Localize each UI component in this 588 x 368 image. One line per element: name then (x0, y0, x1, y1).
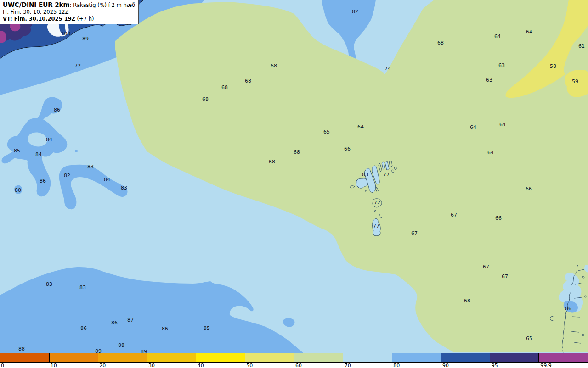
colorbar-tick-labels: 01020304050607080909599.9 (0, 363, 588, 368)
humidity-value-label: 86 (40, 178, 46, 184)
humidity-value-label: 84 (104, 177, 110, 183)
colorbar-segment (539, 353, 588, 362)
humidity-value-label: 86 (80, 325, 87, 331)
valid-time-line: VT: Fim. 30.10.2025 19Z (+7 h) (3, 16, 135, 22)
humidity-value-label: 88 (118, 342, 124, 348)
colorbar-tick-label: 50 (246, 362, 253, 368)
humidity-value-label: 80 (15, 187, 21, 193)
colorbar-segment (490, 353, 539, 362)
colorbar-tick-label: 10 (51, 362, 57, 368)
humidity-value-label: 82 (352, 9, 358, 15)
humidity-value-label: 65 (323, 129, 330, 135)
humidity-value-label: 66 (495, 215, 502, 221)
humidity-value-label: 67 (502, 273, 508, 279)
humidity-value-label: 68 (221, 84, 228, 90)
humidity-value-label: 86 (54, 107, 60, 113)
valid-time: VT: Fim. 30.10.2025 19Z (3, 16, 75, 22)
humidity-value-label: 64 (499, 122, 506, 128)
parameter-name: : Rakastig (%) í 2 m hæð (70, 2, 135, 8)
colorbar-tick-label: 30 (148, 362, 155, 368)
humidity-value-label: 83 (87, 164, 94, 170)
humidity-value-label: 68 (269, 159, 275, 165)
humidity-value-label: 59 (572, 78, 578, 84)
humidity-value-label: 87 (127, 317, 134, 323)
humidity-value-label: 83 (362, 172, 368, 178)
humidity-value-label: 68 (202, 96, 209, 102)
humidity-value-label: 68 (437, 40, 444, 46)
humidity-value-label: 66 (526, 186, 532, 192)
humidity-value-label: 67 (451, 212, 457, 218)
humidity-value-label: 84 (46, 137, 52, 143)
humidity-value-label: 64 (470, 124, 476, 130)
colorbar-tick-label: 95 (492, 362, 498, 368)
humidity-value-label: 64 (526, 29, 532, 35)
humidity-value-label: 86 (565, 306, 571, 312)
colorbar-tick-label: 60 (295, 362, 302, 368)
humidity-value-label: 89 (141, 349, 147, 353)
init-time: IT: Fim. 30. 10. 2025 12Z (3, 9, 135, 16)
humidity-value-label: 88 (18, 346, 25, 352)
colorbar-tick-label: 20 (99, 362, 106, 368)
colorbar-segment (294, 353, 343, 362)
humidity-value-label: 64 (487, 150, 494, 156)
humidity-value-label: 67 (411, 230, 418, 236)
humidity-value-label: 77 (373, 223, 379, 229)
humidity-value-label: 68 (464, 298, 470, 304)
humidity-value-label: 68 (245, 78, 251, 84)
humidity-value-label: 86 (111, 320, 118, 326)
colorbar-segments (0, 353, 588, 363)
humidity-value-label: 85 (204, 325, 210, 331)
humidity-map-canvas: 9910089728268746464616363585968686868646… (0, 0, 588, 353)
title-line-model: UWC/DINI EUR 2km: Rakastig (%) í 2 m hæð (3, 1, 135, 9)
humidity-colorbar-legend: 01020304050607080909599.9 (0, 353, 588, 368)
humidity-value-label: 83 (46, 281, 52, 287)
colorbar-segment (98, 353, 147, 362)
humidity-value-label: 74 (384, 66, 391, 72)
humidity-value-label: 61 (578, 43, 585, 49)
humidity-value-label: 66 (344, 146, 351, 152)
humidity-value-label: 85 (14, 148, 20, 154)
title-box: UWC/DINI EUR 2km: Rakastig (%) í 2 m hæð… (0, 0, 139, 24)
colorbar-segment (441, 353, 490, 362)
humidity-value-label: 63 (498, 62, 505, 68)
humidity-value-label: 65 (526, 335, 532, 341)
humidity-value-label: 89 (82, 36, 89, 42)
humidity-value-label: 67 (483, 264, 489, 270)
region-humidity-80-90-dot (75, 150, 78, 152)
humidity-value-label: 68 (271, 63, 277, 69)
weather-map-app: 9910089728268746464616363585968686868646… (0, 0, 588, 368)
colorbar-tick-label: 40 (198, 362, 204, 368)
humidity-value-label: 72 (74, 63, 81, 69)
humidity-value-label: 82 (64, 173, 70, 178)
humidity-value-label: 100 (61, 31, 71, 37)
humidity-value-label: 89 (95, 348, 102, 353)
humidity-value-label: 83 (121, 185, 127, 191)
lead-time: (+7 h) (75, 16, 94, 22)
humidity-value-label: 63 (486, 77, 492, 83)
colorbar-segment (0, 353, 50, 362)
colorbar-segment (50, 353, 99, 362)
humidity-value-label: 64 (494, 33, 501, 39)
colorbar-segment (392, 353, 441, 362)
colorbar-tick-label: 90 (442, 362, 449, 368)
colorbar-segment (147, 353, 197, 362)
colorbar-tick-label: 80 (393, 362, 400, 368)
model-name: UWC/DINI EUR 2km (3, 1, 70, 8)
humidity-value-label: 58 (550, 63, 556, 69)
humidity-value-label: 77 (383, 172, 390, 178)
colorbar-tick-label: 99.9 (540, 362, 552, 368)
colorbar-segment (245, 353, 294, 362)
colorbar-segment (196, 353, 245, 362)
humidity-value-label: 84 (35, 151, 42, 157)
humidity-value-label: 83 (79, 284, 86, 290)
colorbar-tick-label: 0 (1, 362, 4, 368)
humidity-value-label: 72 (374, 200, 380, 206)
humidity-value-label: 64 (357, 124, 364, 130)
colorbar-tick-label: 70 (345, 362, 351, 368)
humidity-value-label: 86 (162, 326, 168, 332)
colorbar-segment (343, 353, 392, 362)
humidity-value-label: 68 (294, 149, 300, 155)
